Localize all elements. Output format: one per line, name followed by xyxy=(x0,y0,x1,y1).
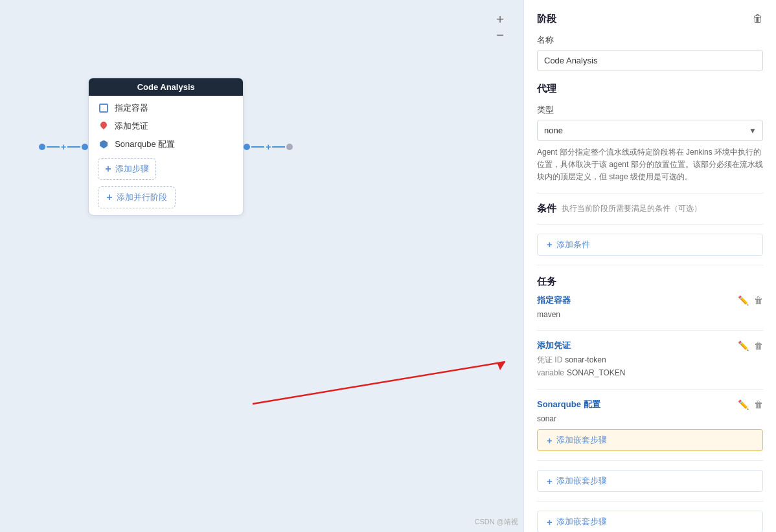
connector-line-left xyxy=(47,146,60,148)
canvas-zoom-controls: + − xyxy=(496,13,504,41)
conditions-row: 条件 执行当前阶段所需要满足的条件（可选） xyxy=(537,203,763,215)
add-nested-step-sonar-button[interactable]: + 添加嵌套步骤 xyxy=(537,429,763,451)
credential-id-label: 凭证 ID xyxy=(537,355,562,364)
container-icon xyxy=(98,102,109,114)
connector-circle-left xyxy=(39,144,45,150)
delete-stage-button[interactable]: 🗑 xyxy=(753,13,763,25)
pipeline-wrapper: + Code Analysis 指定容器 xyxy=(39,78,293,216)
connector-circle-right-l xyxy=(244,144,250,150)
add-step-label: 添加步骤 xyxy=(115,163,149,175)
section-conditions-title: 条件 xyxy=(537,203,556,215)
edit-task-container-icon[interactable]: ✏️ xyxy=(738,295,749,305)
add-parallel-label: 添加并行阶段 xyxy=(117,192,167,203)
task-name-sonarqube[interactable]: Sonarqube 配置 xyxy=(537,399,600,410)
agent-type-select-wrapper: none any docker label ▼ xyxy=(537,120,763,141)
add-after-stage-button[interactable]: + xyxy=(266,142,271,152)
delete-task-credential-icon[interactable]: 🗑 xyxy=(754,340,763,351)
right-connector: + xyxy=(244,142,293,152)
svg-line-0 xyxy=(253,362,505,404)
add-nested-2-label: 添加嵌套步骤 xyxy=(556,516,607,527)
watermark: CSDN @靖视 xyxy=(475,517,518,527)
plus-icon-condition: + xyxy=(547,239,553,249)
task-header-sonarqube: Sonarqube 配置 ✏️ 🗑 xyxy=(537,399,763,410)
agent-description-text: Agent 部分指定整个流水线或特定阶段将在 Jenkins 环境中执行的位置，… xyxy=(537,146,763,184)
plus-icon-parallel: + xyxy=(106,192,112,203)
stage-name-input[interactable] xyxy=(537,50,763,71)
edit-task-credential-icon[interactable]: ✏️ xyxy=(738,340,749,351)
delete-task-sonarqube-icon[interactable]: 🗑 xyxy=(754,399,763,410)
divider-2 xyxy=(537,224,763,225)
step-label-credential: 添加凭证 xyxy=(115,120,148,132)
task-header-credential: 添加凭证 ✏️ 🗑 xyxy=(537,340,763,351)
step-label-sonarqube: Sonarqube 配置 xyxy=(115,139,175,150)
section-tasks-title: 任务 xyxy=(537,276,763,288)
add-nested-step-2-button[interactable]: + 添加嵌套步骤 xyxy=(537,511,763,532)
connector-line-right-r xyxy=(272,146,285,148)
variable-label: variable xyxy=(537,368,564,377)
plus-icon-nested-1: + xyxy=(547,476,553,486)
zoom-in-icon[interactable]: + xyxy=(496,13,504,26)
stage-card: Code Analysis 指定容器 添加凭证 xyxy=(88,78,244,216)
stage-title: Code Analysis xyxy=(89,78,243,96)
task-item-sonarqube: Sonarqube 配置 ✏️ 🗑 sonar + 添加嵌套步骤 xyxy=(537,399,763,451)
divider-task-3 xyxy=(537,460,763,461)
connector-line-right-l xyxy=(251,146,264,148)
task-item-container: 指定容器 ✏️ 🗑 maven xyxy=(537,294,763,321)
task-detail-sonarqube: sonar xyxy=(537,412,763,425)
divider-1 xyxy=(537,193,763,194)
plus-icon-nested-sonar: + xyxy=(547,436,553,445)
task-name-credential[interactable]: 添加凭证 xyxy=(537,340,571,351)
plus-icon-nested-2: + xyxy=(547,517,553,527)
conditions-hint-text: 执行当前阶段所需要满足的条件（可选） xyxy=(562,203,702,214)
divider-3 xyxy=(537,265,763,265)
left-connector: + xyxy=(39,142,88,152)
task-detail-container: maven xyxy=(537,308,763,321)
connector-line-mid xyxy=(67,146,80,148)
step-item-credential[interactable]: 添加凭证 xyxy=(98,120,234,132)
add-condition-label: 添加条件 xyxy=(556,239,590,250)
label-type: 类型 xyxy=(537,104,763,116)
sonarqube-icon xyxy=(98,139,109,150)
plus-icon: + xyxy=(105,163,111,175)
add-before-stage-button[interactable]: + xyxy=(61,142,66,152)
step-item-sonarqube[interactable]: Sonarqube 配置 xyxy=(98,139,234,150)
agent-type-select[interactable]: none any docker label xyxy=(537,120,763,141)
section-agent-title: 代理 xyxy=(537,83,763,95)
task-header-container: 指定容器 ✏️ 🗑 xyxy=(537,294,763,306)
divider-nested-1 xyxy=(537,501,763,502)
connector-circle-mid xyxy=(82,144,88,150)
step-label-container: 指定容器 xyxy=(115,102,148,114)
variable-value: SONAR_TOKEN xyxy=(567,368,625,377)
stage-steps-list: 指定容器 添加凭证 Sonarqube 配置 xyxy=(89,96,243,150)
pipeline-canvas: + − + Code Analysis 指定容器 xyxy=(0,0,523,532)
task-item-credential: 添加凭证 ✏️ 🗑 凭证 IDsonar-token variableSONAR… xyxy=(537,340,763,380)
label-name: 名称 xyxy=(537,34,763,46)
credential-id-value: sonar-token xyxy=(565,355,606,364)
task-name-container[interactable]: 指定容器 xyxy=(537,294,571,306)
add-parallel-stage-button[interactable]: + 添加并行阶段 xyxy=(98,186,175,208)
right-panel: 阶段 🗑 名称 代理 类型 none any docker label ▼ Ag… xyxy=(523,0,776,532)
add-nested-sonar-label: 添加嵌套步骤 xyxy=(556,434,607,446)
arrow-annotation xyxy=(253,359,523,412)
section-stage-title: 阶段 xyxy=(537,13,763,25)
svg-marker-1 xyxy=(497,362,505,370)
task-detail-credential: 凭证 IDsonar-token variableSONAR_TOKEN xyxy=(537,353,763,380)
step-item-container[interactable]: 指定容器 xyxy=(98,102,234,114)
zoom-out-icon[interactable]: − xyxy=(496,28,504,41)
connector-circle-right-end xyxy=(286,144,293,150)
delete-task-container-icon[interactable]: 🗑 xyxy=(754,295,763,305)
divider-task-2 xyxy=(537,389,763,390)
add-nested-1-label: 添加嵌套步骤 xyxy=(556,475,607,487)
add-step-button[interactable]: + 添加步骤 xyxy=(98,158,155,180)
task-actions-sonarqube: ✏️ 🗑 xyxy=(738,399,763,410)
add-condition-button[interactable]: + 添加条件 xyxy=(537,234,763,256)
task-actions-container: ✏️ 🗑 xyxy=(738,295,763,305)
credential-icon xyxy=(98,120,109,132)
add-nested-step-1-button[interactable]: + 添加嵌套步骤 xyxy=(537,470,763,492)
task-actions-credential: ✏️ 🗑 xyxy=(738,340,763,351)
divider-task-1 xyxy=(537,330,763,331)
edit-task-sonarqube-icon[interactable]: ✏️ xyxy=(738,399,749,410)
